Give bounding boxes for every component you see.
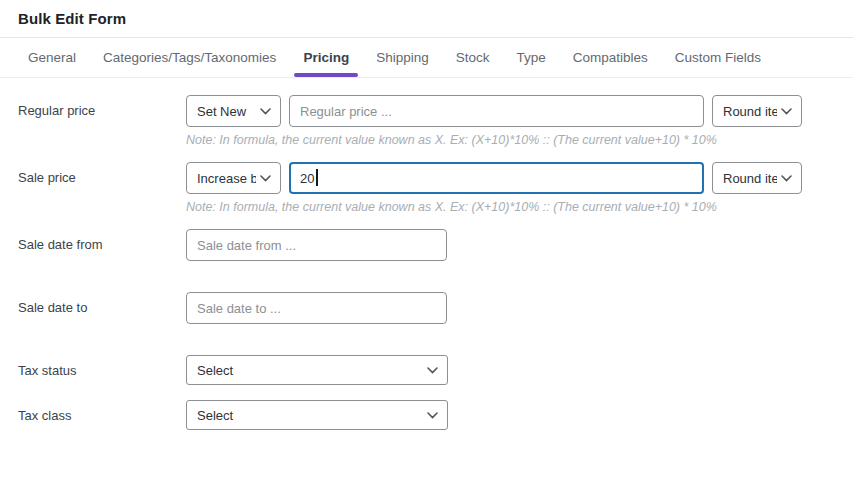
tab-label: Compatibles [573,50,648,65]
sale-price-input[interactable] [289,162,704,194]
sale-date-from-input[interactable] [186,229,447,261]
tab-label: Stock [456,50,490,65]
tax-class-row: Tax class Select [18,400,853,430]
page-title: Bulk Edit Form [18,10,126,27]
sale-price-method-select[interactable]: Increase by [186,162,281,194]
tax-status-row: Tax status Select [18,355,853,385]
tab-stock[interactable]: Stock [456,50,490,65]
page-header: Bulk Edit Form [0,0,853,38]
tab-label: Shipping [376,50,429,65]
text-cursor [316,169,318,186]
chevron-down-icon [427,367,438,374]
tax-status-select[interactable]: Select [186,355,448,385]
tab-general[interactable]: General [28,50,76,65]
sale-price-round-value: Round iten [723,171,777,186]
sale-price-method-value: Increase by [197,171,256,186]
tab-custom-fields[interactable]: Custom Fields [675,50,761,65]
regular-price-method-select[interactable]: Set New [186,95,281,127]
sale-date-to-input[interactable] [186,292,447,324]
chevron-down-icon [781,175,792,182]
sale-date-to-label: Sale date to [18,292,186,324]
sale-price-label: Sale price [18,162,186,214]
sale-date-from-row: Sale date from [18,229,853,261]
regular-price-round-select[interactable]: Round iten [712,95,802,127]
chevron-down-icon [427,412,438,419]
active-tab-indicator [294,73,358,77]
bulk-edit-pricing-form: Regular price Set New Round iten Note: I… [0,78,853,430]
tab-shipping[interactable]: Shipping [376,50,429,65]
tab-label: Custom Fields [675,50,761,65]
regular-price-method-value: Set New [197,104,256,119]
regular-price-row: Regular price Set New Round iten Note: I… [18,95,853,147]
tax-class-value: Select [197,408,423,423]
tab-label: Type [516,50,545,65]
tax-status-value: Select [197,363,423,378]
regular-price-label: Regular price [18,95,186,147]
formula-note: Note: In formula, the current value know… [186,200,802,214]
sale-date-from-label: Sale date from [18,229,186,261]
sale-price-row: Sale price Increase by Round iten Note: … [18,162,853,214]
tab-label: Pricing [303,50,349,65]
tax-status-label: Tax status [18,355,186,385]
tab-compatibles[interactable]: Compatibles [573,50,648,65]
tab-type[interactable]: Type [516,50,545,65]
sale-price-round-select[interactable]: Round iten [712,162,802,194]
sale-date-to-row: Sale date to [18,292,853,324]
tab-bar: General Categories/Tags/Taxonomies Prici… [0,38,853,78]
chevron-down-icon [260,175,271,182]
formula-note: Note: In formula, the current value know… [186,133,802,147]
tab-pricing[interactable]: Pricing [303,50,349,65]
tax-class-select[interactable]: Select [186,400,448,430]
chevron-down-icon [260,108,271,115]
tab-label: Categories/Tags/Taxonomies [103,50,276,65]
tab-categories-tags-taxonomies[interactable]: Categories/Tags/Taxonomies [103,50,276,65]
regular-price-input[interactable] [289,95,704,127]
chevron-down-icon [781,108,792,115]
tab-label: General [28,50,76,65]
tax-class-label: Tax class [18,400,186,430]
regular-price-round-value: Round iten [723,104,777,119]
